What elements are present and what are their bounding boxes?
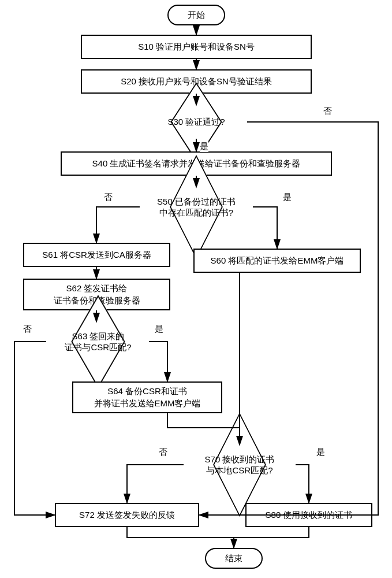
- s63-yes-label: 是: [155, 324, 163, 335]
- s50-decision: S50 已备份过的证书 中存在匹配的证书?: [136, 186, 257, 228]
- s50-yes-label: 是: [283, 192, 292, 203]
- s30-decision: S30 验证通过?: [144, 104, 248, 140]
- s60-process: S60 将匹配的证书发给EMM客户端: [193, 249, 361, 273]
- s80-process: S80 使用接收到的证书: [245, 503, 372, 527]
- s61-process: S61 将CSR发送到CA服务器: [23, 243, 170, 267]
- s63-decision: S63 签回来的 证书与CSR匹配?: [43, 321, 153, 362]
- s70-no-label: 否: [159, 447, 167, 458]
- s64-process: S64 备份CSR和证书 并将证书发送给EMM客户端: [72, 381, 222, 413]
- start-terminator: 开始: [167, 5, 225, 25]
- s72-process: S72 发送签发失败的反馈: [55, 503, 199, 527]
- s70-decision: S70 接收到的证书 与本地CSR匹配?: [179, 444, 300, 486]
- s30-no-label: 否: [323, 106, 332, 117]
- s50-no-label: 否: [104, 192, 113, 203]
- s70-yes-label: 是: [316, 447, 325, 458]
- s63-no-label: 否: [23, 324, 32, 335]
- end-terminator: 结束: [205, 548, 263, 569]
- s10-process: S10 验证用户账号和设备SN号: [81, 35, 312, 59]
- s30-yes-label: 是: [200, 141, 208, 152]
